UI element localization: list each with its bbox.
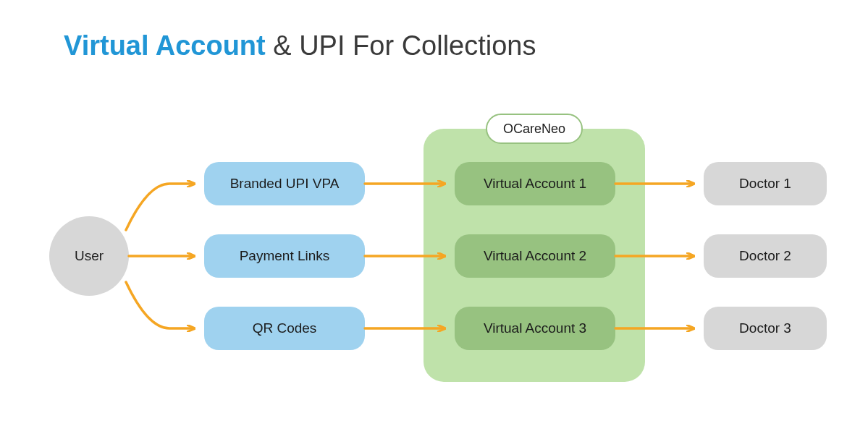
diagram-canvas: OCareNeo User Branded UPI VPAVirtual Acc…	[0, 0, 868, 426]
method-box-0: Branded UPI VPA	[204, 162, 365, 205]
account-label-0: Virtual Account 1	[484, 176, 586, 192]
user-label: User	[75, 248, 104, 264]
account-label-2: Virtual Account 3	[484, 320, 586, 336]
user-node: User	[49, 216, 129, 296]
recipient-box-2: Doctor 3	[704, 307, 827, 350]
recipient-box-0: Doctor 1	[704, 162, 827, 205]
ocareneo-label: OCareNeo	[503, 122, 565, 137]
recipient-box-1: Doctor 2	[704, 234, 827, 278]
recipient-label-0: Doctor 1	[739, 176, 791, 192]
method-label-2: QR Codes	[253, 320, 317, 336]
method-label-0: Branded UPI VPA	[230, 176, 340, 192]
method-label-1: Payment Links	[240, 248, 330, 264]
account-box-1: Virtual Account 2	[455, 234, 615, 278]
method-box-2: QR Codes	[204, 307, 365, 350]
ocareneo-badge: OCareNeo	[486, 114, 583, 144]
recipient-label-1: Doctor 2	[739, 248, 791, 264]
account-box-2: Virtual Account 3	[455, 307, 615, 350]
recipient-label-2: Doctor 3	[739, 320, 791, 336]
account-box-0: Virtual Account 1	[455, 162, 615, 205]
method-box-1: Payment Links	[204, 234, 365, 278]
account-label-1: Virtual Account 2	[484, 248, 586, 264]
